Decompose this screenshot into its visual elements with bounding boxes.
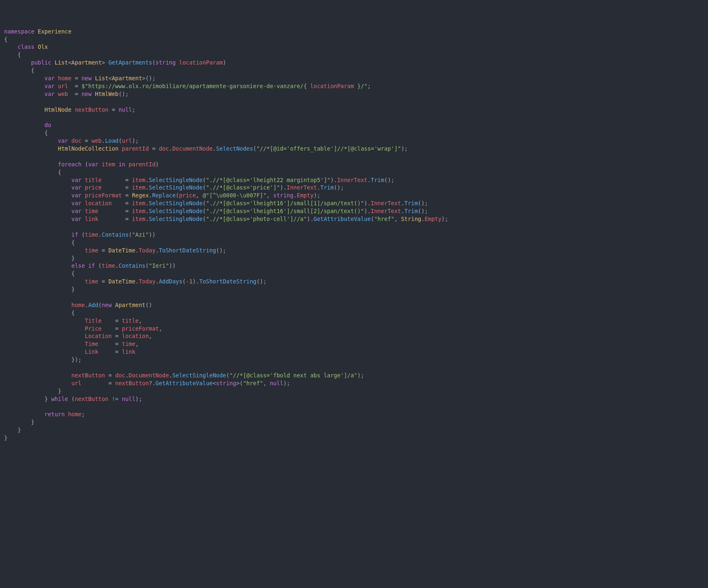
token-p (4, 380, 72, 386)
token-var: nextButton (115, 380, 149, 386)
token-kw: in (118, 161, 125, 168)
token-p: ( (129, 231, 132, 238)
token-kw: var (72, 184, 82, 191)
token-p (4, 372, 72, 379)
token-p: ); (442, 216, 448, 222)
token-fn: Contains (102, 231, 129, 238)
token-fn: GetAttributeValue (156, 380, 213, 386)
token-fn: Contains (118, 262, 145, 269)
token-p (4, 75, 45, 82)
token-p: . (145, 177, 149, 183)
token-kw: null (122, 396, 136, 402)
code-line: HtmlNode nextButton = null; (4, 106, 704, 114)
token-fn: Trim (404, 208, 418, 214)
code-line: Title = title, (4, 317, 704, 325)
code-line: var url = $"https://www.olx.ro/imobiliar… (4, 82, 704, 90)
token-op: - (186, 278, 189, 285)
token-p: ) (223, 59, 226, 66)
code-line: var doc = web.Load(url); (4, 137, 704, 145)
code-line: public List<Apartment> GetApartments(str… (4, 59, 704, 67)
token-var: home (68, 411, 82, 418)
token-p (4, 161, 58, 168)
token-p: < (68, 59, 71, 66)
token-p (91, 75, 95, 82)
token-type: DateTime (108, 247, 135, 254)
token-var: web (91, 137, 101, 144)
token-kw: return (45, 411, 65, 418)
token-p: ( (253, 145, 257, 152)
code-line: home.Add(new Apartment() (4, 301, 704, 309)
token-kw: var (72, 200, 82, 206)
token-p: { (4, 310, 75, 316)
token-fn: AddDays (159, 278, 182, 285)
token-p (68, 137, 71, 144)
token-p: ( (203, 216, 206, 222)
token-fn: SelectSingleNode (149, 177, 203, 183)
token-kw: if (72, 231, 78, 238)
token-p: (); (418, 208, 428, 214)
token-kw: else (72, 262, 85, 269)
token-var: Empty (425, 216, 442, 222)
code-line: Location = location, (4, 332, 704, 340)
token-p: . (317, 184, 320, 191)
token-p (82, 184, 85, 191)
token-ptype: string (273, 192, 293, 199)
code-line: url = nextButton?.GetAttributeValue<stri… (4, 379, 704, 387)
token-p (4, 137, 58, 144)
token-p: ); (132, 137, 139, 144)
token-p: , (149, 333, 152, 339)
token-p: . (102, 137, 105, 144)
code-line (4, 98, 704, 106)
code-line: var priceFormat = Regex.Replace(price, @… (4, 192, 704, 199)
token-name: Olx (38, 43, 48, 50)
token-fn: GetAttributeValue (314, 216, 371, 222)
token-p: = (98, 208, 132, 214)
token-p: } (4, 427, 21, 433)
token-kw: var (72, 192, 82, 199)
token-p: { (4, 239, 75, 246)
token-p (108, 396, 112, 402)
code-editor[interactable]: namespace Experience{ class Olx { public… (4, 28, 704, 442)
token-p: ( (203, 200, 206, 206)
token-var: time (85, 247, 98, 254)
code-line: var location = item.SelectSingleNode("./… (4, 199, 704, 207)
token-p: )) (149, 231, 156, 238)
token-var: doc (115, 372, 125, 379)
token-p: = (112, 200, 132, 206)
token-p: ( (182, 278, 186, 285)
code-line: do (4, 121, 704, 129)
token-var: DocumentNode (129, 372, 169, 379)
token-kw: do (45, 122, 51, 128)
token-str: "Ieri" (149, 262, 169, 269)
token-p: . (213, 145, 216, 152)
code-line: var title = item.SelectSingleNode(".//*[… (4, 176, 704, 184)
token-p (82, 177, 85, 183)
token-p: ( (226, 372, 230, 379)
token-p: = (102, 184, 132, 191)
token-p: = (102, 317, 122, 324)
token-p: , (263, 380, 270, 386)
token-p: ). (192, 278, 199, 285)
token-var: time (85, 278, 98, 285)
token-var: home (72, 302, 85, 308)
token-p: , (394, 216, 401, 222)
token-var: Empty (297, 192, 314, 199)
token-p: . (98, 231, 102, 238)
token-p: = (149, 145, 159, 152)
token-p (4, 247, 85, 254)
token-fn: Trim (320, 184, 334, 191)
token-p: . (156, 247, 159, 254)
token-p: = (108, 106, 118, 113)
token-p: () (145, 302, 152, 308)
token-var: parentId (129, 161, 156, 168)
token-str: "href" (374, 216, 394, 222)
token-kw: var (45, 75, 55, 82)
code-line: if (time.Contains("Azi")) (4, 231, 704, 239)
token-p: . (135, 278, 139, 285)
token-var: doc (159, 145, 169, 152)
token-p: ) (156, 161, 159, 168)
token-var: DocumentNode (172, 145, 213, 152)
token-p: . (367, 177, 371, 183)
token-str: ".//*[@class='lheight16']/small[1]/span/… (206, 200, 364, 206)
code-line: time = DateTime.Today.ToShortDateString(… (4, 247, 704, 254)
